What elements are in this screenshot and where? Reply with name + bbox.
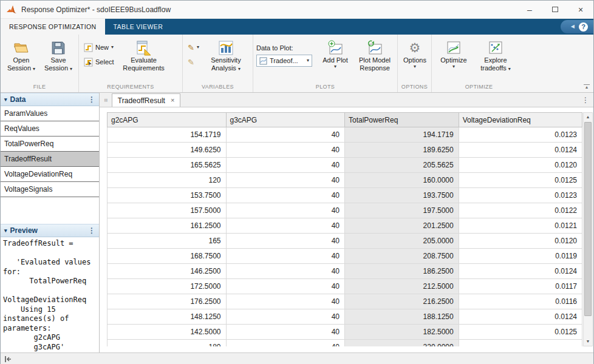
table-cell[interactable]: 180 bbox=[108, 340, 227, 347]
table-cell[interactable]: 0.0120 bbox=[459, 158, 582, 173]
table-cell[interactable]: 0.0125 bbox=[459, 173, 582, 188]
table-cell[interactable]: 40 bbox=[226, 143, 345, 158]
new-requirement-button[interactable]: New ▾ bbox=[82, 42, 116, 53]
table-cell[interactable]: 0.0120 bbox=[459, 234, 582, 249]
table-cell[interactable]: 120 bbox=[108, 173, 227, 188]
table-cell[interactable] bbox=[459, 340, 582, 347]
save-session-button[interactable]: Save Session ▾ bbox=[41, 39, 76, 72]
table-cell[interactable]: 0.0122 bbox=[459, 203, 582, 218]
sensitivity-analysis-button[interactable]: Sensitivity Analysis ▾ bbox=[203, 39, 249, 72]
plot-model-response-button[interactable]: Plot Model Response bbox=[355, 39, 395, 72]
data-panel-header[interactable]: ▾ Data ⋮ bbox=[1, 93, 99, 106]
tab-table-viewer[interactable]: TABLE VIEWER bbox=[105, 19, 172, 35]
data-item-reqvalues[interactable]: ReqValues bbox=[1, 121, 99, 136]
maximize-button[interactable] bbox=[542, 1, 568, 18]
table-cell[interactable]: 40 bbox=[226, 218, 345, 234]
table-cell[interactable]: 40 bbox=[226, 264, 345, 279]
column-header-voltagedeviationreq[interactable]: VoltageDeviationReq bbox=[459, 113, 582, 127]
column-header-totalpowerreq[interactable]: TotalPowerReq bbox=[345, 113, 459, 127]
collapse-toolstrip-button[interactable]: ▲ bbox=[584, 84, 590, 90]
table-cell[interactable]: 160.0000 bbox=[345, 173, 459, 188]
column-header-g2capg[interactable]: g2cAPG bbox=[108, 113, 227, 127]
table-cell[interactable]: 40 bbox=[226, 158, 345, 173]
table-cell[interactable]: 186.2500 bbox=[345, 264, 459, 279]
table-cell[interactable]: 0.0123 bbox=[459, 188, 582, 203]
grip-icon[interactable]: ≡ bbox=[103, 99, 109, 103]
close-button[interactable]: × bbox=[568, 1, 593, 18]
table-cell[interactable]: 220.0000 bbox=[345, 340, 459, 347]
table-cell[interactable]: 208.7500 bbox=[345, 249, 459, 264]
tabbar-menu-icon[interactable]: ⋮ bbox=[582, 96, 589, 104]
data-item-tradeoffresult[interactable]: TradeoffResult bbox=[1, 152, 99, 167]
table-cell[interactable]: 205.5625 bbox=[345, 158, 459, 173]
table-cell[interactable]: 153.7500 bbox=[108, 188, 227, 203]
table-cell[interactable]: 205.0000 bbox=[345, 234, 459, 249]
table-cell[interactable]: 146.2500 bbox=[108, 264, 227, 279]
table-cell[interactable]: 0.0125 bbox=[459, 325, 582, 340]
data-item-voltagesignals[interactable]: VoltageSignals bbox=[1, 182, 99, 197]
table-cell[interactable]: 182.5000 bbox=[345, 325, 459, 340]
table-cell[interactable]: 40 bbox=[226, 340, 345, 347]
table-cell[interactable]: 40 bbox=[226, 127, 345, 143]
data-item-voltagedeviationreq[interactable]: VoltageDeviationReq bbox=[1, 167, 99, 182]
preview-panel-header[interactable]: ▾ Preview ⋮ bbox=[1, 224, 99, 237]
open-session-button[interactable]: Open Session ▾ bbox=[4, 39, 39, 72]
table-cell[interactable]: 0.0124 bbox=[459, 264, 582, 279]
data-panel-menu-icon[interactable]: ⋮ bbox=[88, 95, 95, 104]
table-cell[interactable]: 189.6250 bbox=[345, 143, 459, 158]
table-cell[interactable]: 193.7500 bbox=[345, 188, 459, 203]
table-cell[interactable]: 212.5000 bbox=[345, 279, 459, 294]
add-plot-button[interactable]: Add Plot ▾ bbox=[318, 39, 353, 69]
table-cell[interactable]: 40 bbox=[226, 203, 345, 218]
select-requirement-button[interactable]: Select bbox=[82, 56, 116, 67]
table-cell[interactable]: 40 bbox=[226, 249, 345, 264]
table-cell[interactable]: 0.0124 bbox=[459, 143, 582, 158]
preview-panel-menu-icon[interactable]: ⋮ bbox=[88, 226, 95, 235]
vertical-scrollbar[interactable]: ▲ ▼ bbox=[583, 112, 593, 346]
table-cell[interactable]: 201.2500 bbox=[345, 218, 459, 234]
column-header-g3capg[interactable]: g3cAPG bbox=[226, 113, 345, 127]
table-cell[interactable]: 165 bbox=[108, 234, 227, 249]
table-cell[interactable]: 149.6250 bbox=[108, 143, 227, 158]
table-cell[interactable]: 40 bbox=[226, 294, 345, 309]
table-cell[interactable]: 40 bbox=[226, 188, 345, 203]
table-cell[interactable]: 148.1250 bbox=[108, 309, 227, 325]
help-button[interactable]: ? bbox=[579, 22, 588, 32]
data-item-paramvalues[interactable]: ParamValues bbox=[1, 106, 99, 121]
minimize-button[interactable]: – bbox=[517, 1, 542, 18]
table-cell[interactable]: 40 bbox=[226, 279, 345, 294]
close-tab-icon[interactable]: × bbox=[171, 97, 174, 104]
table-cell[interactable]: 154.1719 bbox=[108, 127, 227, 143]
table-cell[interactable]: 0.0119 bbox=[459, 249, 582, 264]
table-cell[interactable]: 161.2500 bbox=[108, 218, 227, 234]
options-button[interactable]: ⚙ Options ▾ bbox=[401, 39, 429, 69]
data-to-plot-select[interactable]: Tradeof... ▾ bbox=[256, 55, 312, 67]
explore-tradeoffs-button[interactable]: Explore tradeoffs ▾ bbox=[474, 39, 517, 72]
data-item-totalpowerreq[interactable]: TotalPowerReq bbox=[1, 136, 99, 152]
table-cell[interactable]: 0.0121 bbox=[459, 218, 582, 234]
chevron-left-icon[interactable]: ◀ bbox=[571, 24, 575, 29]
scroll-down-icon[interactable]: ▼ bbox=[584, 337, 592, 346]
table-cell[interactable]: 0.0116 bbox=[459, 294, 582, 309]
edit-uncertain-variables-button[interactable]: ✎ bbox=[186, 56, 201, 67]
tab-response-optimization[interactable]: RESPONSE OPTIMIZATION bbox=[1, 19, 105, 35]
table-cell[interactable]: 40 bbox=[226, 173, 345, 188]
evaluate-requirements-button[interactable]: Evaluate Requirements bbox=[118, 39, 170, 72]
scrollbar-thumb[interactable] bbox=[584, 122, 592, 316]
table-cell[interactable]: 40 bbox=[226, 309, 345, 325]
table-cell[interactable]: 194.1719 bbox=[345, 127, 459, 143]
table-cell[interactable]: 40 bbox=[226, 325, 345, 340]
optimize-button[interactable]: Optimize ▾ bbox=[435, 39, 473, 69]
dock-panel-icon[interactable] bbox=[4, 356, 12, 363]
table-cell[interactable]: 197.5000 bbox=[345, 203, 459, 218]
edit-variables-button[interactable]: ✎ ▾ bbox=[186, 42, 201, 53]
table-cell[interactable]: 188.1250 bbox=[345, 309, 459, 325]
table-cell[interactable]: 168.7500 bbox=[108, 249, 227, 264]
table-cell[interactable]: 0.0124 bbox=[459, 309, 582, 325]
table-cell[interactable]: 157.5000 bbox=[108, 203, 227, 218]
table-cell[interactable]: 0.0117 bbox=[459, 279, 582, 294]
table-cell[interactable]: 172.5000 bbox=[108, 279, 227, 294]
scroll-up-icon[interactable]: ▲ bbox=[584, 113, 592, 121]
doc-tab-tradeoffresult[interactable]: TradeoffResult × bbox=[112, 93, 180, 107]
table-cell[interactable]: 40 bbox=[226, 234, 345, 249]
